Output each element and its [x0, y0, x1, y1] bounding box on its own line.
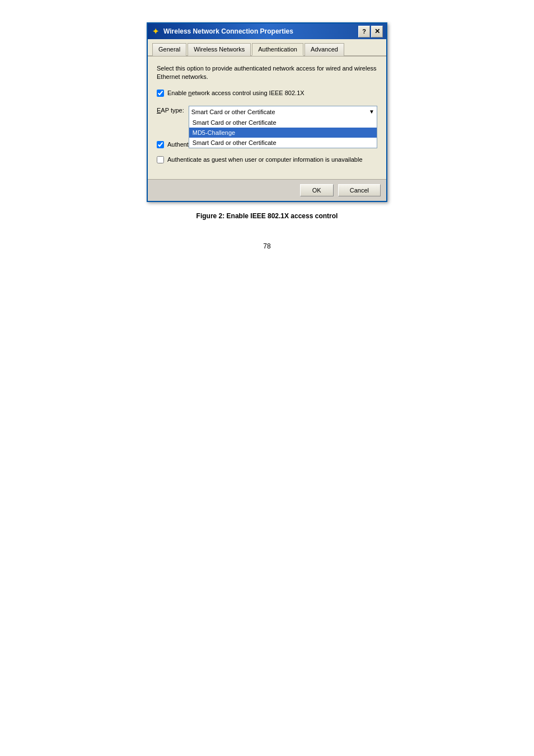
eap-label: EAP type:: [157, 106, 184, 114]
eap-dropdown-container: Smart Card or other Certificate ▼ Smart …: [189, 106, 377, 118]
eap-selected-value: Smart Card or other Certificate: [191, 109, 275, 115]
tab-authentication[interactable]: Authentication: [252, 43, 303, 56]
auth-computer-checkbox[interactable]: [157, 141, 164, 148]
tab-advanced[interactable]: Advanced: [305, 43, 344, 56]
tab-wireless-networks[interactable]: Wireless Networks: [188, 43, 251, 56]
page-number: 78: [263, 242, 270, 250]
chevron-down-icon: ▼: [369, 109, 374, 115]
tab-bar: General Wireless Networks Authentication…: [148, 39, 386, 57]
eap-option-md5[interactable]: MD5-Challenge: [189, 128, 377, 138]
title-bar-left: ✦ Wireless Network Connection Properties: [151, 27, 293, 36]
eap-option-smart-card-2[interactable]: Smart Card or other Certificate: [189, 138, 377, 148]
properties-dialog: ✦ Wireless Network Connection Properties…: [147, 22, 387, 202]
figure-caption: Figure 2: Enable IEEE 802.1X access cont…: [196, 212, 338, 220]
eap-dropdown-open: Smart Card or other Certificate MD5-Chal…: [189, 118, 377, 148]
title-bar-buttons: ? ✕: [358, 26, 383, 37]
enable-checkbox-row: Enable network access control using IEEE…: [157, 90, 377, 97]
enable-checkbox-label: Enable network access control using IEEE…: [167, 90, 305, 96]
description-text: Select this option to provide authentica…: [157, 64, 377, 82]
cancel-button[interactable]: Cancel: [338, 184, 381, 196]
network-icon: ✦: [151, 27, 160, 36]
dialog-body: Select this option to provide authentica…: [148, 57, 386, 179]
eap-select-box[interactable]: Smart Card or other Certificate ▼: [189, 106, 377, 118]
enable-checkbox[interactable]: [157, 90, 164, 97]
help-button[interactable]: ?: [358, 26, 370, 37]
dialog-title: Wireless Network Connection Properties: [163, 27, 293, 35]
auth-guest-row: Authenticate as guest when user or compu…: [157, 156, 377, 164]
tab-general[interactable]: General: [152, 43, 186, 56]
close-button[interactable]: ✕: [371, 26, 383, 37]
ok-button[interactable]: OK: [300, 184, 334, 196]
title-bar: ✦ Wireless Network Connection Properties…: [148, 24, 386, 39]
dialog-footer: OK Cancel: [148, 179, 386, 201]
auth-guest-label: Authenticate as guest when user or compu…: [167, 156, 363, 164]
auth-guest-checkbox[interactable]: [157, 156, 164, 163]
eap-row: EAP type: Smart Card or other Certificat…: [157, 106, 377, 118]
eap-area: EAP type: Smart Card or other Certificat…: [157, 106, 377, 118]
eap-option-smart-card[interactable]: Smart Card or other Certificate: [189, 118, 377, 128]
